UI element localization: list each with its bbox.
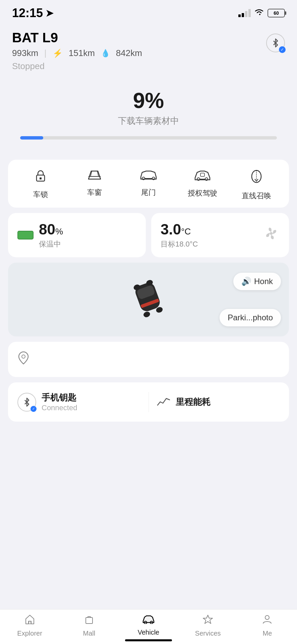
nav-me[interactable]: Me	[238, 614, 297, 637]
horn-icon: 🔊	[241, 277, 251, 286]
control-lock[interactable]: 车锁	[13, 169, 67, 201]
battery-fill	[17, 231, 34, 239]
mileage-label: 里程能耗	[176, 396, 211, 408]
bluetooth-badge[interactable]: ✓	[266, 34, 285, 52]
nav-mall[interactable]: Mall	[59, 614, 119, 637]
lock-icon	[35, 169, 47, 185]
car-top-view-icon	[128, 273, 169, 325]
status-bar: 12:15 ➤ 60	[0, 0, 297, 23]
control-auth-drive-label: 授权驾驶	[188, 188, 217, 198]
bolt-icon: ⚡	[53, 49, 63, 58]
header: BAT L9 993km | ⚡ 151km 💧 842km Stopped ✓	[0, 23, 297, 75]
mileage-chart-icon	[157, 395, 170, 409]
status-icons: 60	[238, 8, 285, 18]
phone-key-icon-wrap: ✓	[17, 393, 36, 412]
svg-rect-22	[86, 618, 93, 624]
progress-bar	[20, 136, 277, 140]
control-summon[interactable]: 直线召唤	[230, 169, 284, 201]
control-window-label: 车窗	[87, 187, 102, 198]
climate-target: 目标18.0°C	[161, 239, 198, 249]
svg-point-15	[143, 311, 151, 318]
svg-rect-21	[29, 621, 31, 624]
svg-point-20	[22, 355, 25, 358]
climate-temp: 3.0	[161, 221, 181, 237]
window-icon	[87, 169, 102, 183]
bluetooth-icon	[272, 38, 279, 48]
battery-percent: 80	[39, 221, 55, 237]
car-name: BAT L9	[12, 30, 142, 45]
car-range: 993km | ⚡ 151km 💧 842km	[12, 48, 142, 58]
services-icon	[202, 614, 213, 628]
svg-rect-9	[200, 173, 204, 176]
control-trunk[interactable]: 尾门	[121, 169, 175, 201]
progress-percent: 9%	[20, 88, 277, 113]
climate-card[interactable]: 3.0°C 目标18.0°C	[151, 213, 289, 257]
signal-icon	[238, 9, 251, 17]
phone-key-item[interactable]: ✓ 手机钥匙 Connected	[17, 392, 140, 412]
bottom-cards: ✓ 手机钥匙 Connected 里程能耗	[8, 382, 289, 422]
control-window[interactable]: 车窗	[67, 169, 121, 201]
mall-icon	[84, 614, 95, 628]
control-auth-drive[interactable]: 授权驾驶	[176, 169, 230, 201]
fuel-range: 842km	[116, 48, 142, 58]
honk-label: Honk	[254, 277, 273, 286]
nav-services-label: Services	[195, 630, 221, 637]
svg-rect-1	[40, 177, 42, 179]
parki-label: Parki...photo	[228, 313, 273, 322]
bottom-nav: Explorer Mall Vehicle Services	[0, 609, 297, 644]
battery-info: 80% 保温中	[39, 221, 63, 249]
key-connected-icon: ✓	[31, 406, 37, 412]
nav-me-label: Me	[263, 630, 272, 637]
vehicle-icon	[142, 614, 155, 627]
location-icon	[17, 351, 29, 368]
nav-explorer[interactable]: Explorer	[0, 614, 59, 637]
phone-key-title: 手机钥匙	[42, 392, 77, 404]
battery-card[interactable]: 80% 保温中	[8, 213, 146, 257]
nav-mall-label: Mall	[83, 630, 95, 637]
nav-vehicle-label: Vehicle	[138, 629, 160, 636]
home-indicator	[125, 639, 172, 641]
fan-icon	[263, 225, 280, 245]
fan-control	[263, 225, 280, 245]
map-section: 🔊 Honk Parki...photo	[8, 263, 289, 336]
progress-section: 9% 下载车辆素材中	[0, 75, 297, 150]
battery-level: 60	[274, 10, 279, 16]
bluetooth-connected-icon: ✓	[279, 46, 286, 53]
nav-services[interactable]: Services	[178, 614, 238, 637]
svg-point-12	[270, 232, 273, 235]
battery-sublabel: 保温中	[39, 239, 63, 249]
svg-marker-26	[203, 615, 213, 624]
battery-visual	[17, 231, 34, 239]
navigation-arrow-icon: ➤	[46, 8, 53, 19]
honk-button[interactable]: 🔊 Honk	[233, 273, 281, 290]
quick-controls: 车锁 车窗 尾门	[8, 160, 289, 208]
nav-explorer-label: Explorer	[17, 630, 42, 637]
progress-bar-fill	[20, 136, 43, 140]
progress-label: 下载车辆素材中	[20, 115, 277, 127]
parki-button[interactable]: Parki...photo	[220, 309, 281, 326]
climate-unit: °C	[181, 226, 191, 236]
nav-vehicle[interactable]: Vehicle	[119, 614, 178, 637]
location-section[interactable]	[8, 342, 289, 377]
control-lock-label: 车锁	[33, 190, 48, 200]
phone-key-status: Connected	[42, 404, 77, 412]
time-text: 12:15	[12, 6, 43, 20]
phone-key-bluetooth-icon	[23, 397, 31, 407]
car-info: BAT L9 993km | ⚡ 151km 💧 842km Stopped	[12, 30, 142, 71]
me-icon	[262, 614, 273, 628]
trunk-icon	[139, 169, 158, 183]
climate-info: 3.0°C 目标18.0°C	[161, 221, 198, 249]
phone-key-text: 手机钥匙 Connected	[42, 392, 77, 412]
electric-range: 151km	[69, 48, 95, 58]
control-summon-label: 直线召唤	[242, 191, 271, 201]
battery-unit: %	[55, 226, 63, 236]
mileage-item[interactable]: 里程能耗	[157, 395, 280, 409]
auth-drive-icon	[194, 169, 211, 184]
stats-row: 80% 保温中 3.0°C 目标18.0°C	[8, 213, 289, 257]
divider	[148, 392, 149, 412]
wifi-icon	[254, 8, 264, 18]
control-trunk-label: 尾门	[141, 187, 156, 198]
total-range: 993km	[12, 48, 38, 58]
summon-icon	[250, 169, 263, 187]
car-status: Stopped	[12, 61, 142, 71]
